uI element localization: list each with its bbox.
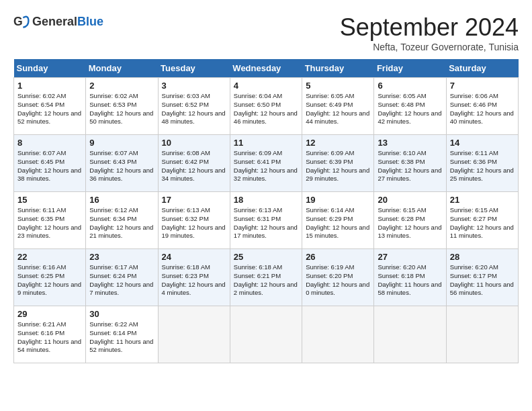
cell-info: Sunrise: 6:11 AMSunset: 6:36 PMDaylight:… bbox=[450, 149, 515, 183]
cell-info: Sunrise: 6:16 AMSunset: 6:25 PMDaylight:… bbox=[17, 263, 82, 298]
calendar-row-3: 22Sunrise: 6:16 AMSunset: 6:25 PMDayligh… bbox=[14, 249, 519, 306]
calendar-cell: 14Sunrise: 6:11 AMSunset: 6:36 PMDayligh… bbox=[446, 135, 518, 192]
cell-info: Sunrise: 6:09 AMSunset: 6:41 PMDaylight:… bbox=[234, 149, 298, 183]
cell-info: Sunrise: 6:02 AMSunset: 6:53 PMDaylight:… bbox=[89, 92, 154, 126]
logo-icon: G bbox=[13, 13, 30, 30]
calendar-cell: 29Sunrise: 6:21 AMSunset: 6:16 PMDayligh… bbox=[14, 306, 86, 363]
calendar-cell: 12Sunrise: 6:09 AMSunset: 6:39 PMDayligh… bbox=[302, 135, 374, 192]
day-number: 7 bbox=[450, 81, 515, 91]
day-number: 18 bbox=[234, 195, 298, 205]
calendar-row-1: 8Sunrise: 6:07 AMSunset: 6:45 PMDaylight… bbox=[14, 135, 519, 192]
day-number: 12 bbox=[306, 138, 370, 148]
day-header-monday: Monday bbox=[86, 59, 158, 78]
day-number: 16 bbox=[89, 195, 154, 205]
day-number: 20 bbox=[378, 195, 442, 205]
day-number: 25 bbox=[234, 252, 298, 262]
day-header-wednesday: Wednesday bbox=[230, 59, 302, 78]
cell-info: Sunrise: 6:20 AMSunset: 6:18 PMDaylight:… bbox=[378, 263, 442, 298]
day-header-thursday: Thursday bbox=[302, 59, 374, 78]
calendar-cell bbox=[158, 306, 230, 363]
calendar-cell bbox=[230, 306, 302, 363]
calendar-cell: 9Sunrise: 6:07 AMSunset: 6:43 PMDaylight… bbox=[86, 135, 158, 192]
day-number: 3 bbox=[162, 81, 226, 91]
calendar-cell: 21Sunrise: 6:15 AMSunset: 6:27 PMDayligh… bbox=[446, 192, 518, 249]
cell-info: Sunrise: 6:08 AMSunset: 6:42 PMDaylight:… bbox=[162, 149, 226, 183]
calendar-cell: 27Sunrise: 6:20 AMSunset: 6:18 PMDayligh… bbox=[374, 249, 446, 306]
day-number: 11 bbox=[234, 138, 298, 148]
day-header-sunday: Sunday bbox=[14, 59, 86, 78]
cell-info: Sunrise: 6:19 AMSunset: 6:20 PMDaylight:… bbox=[306, 263, 370, 298]
calendar-cell: 5Sunrise: 6:05 AMSunset: 6:49 PMDaylight… bbox=[302, 78, 374, 135]
logo-text: GeneralBlue bbox=[32, 15, 103, 29]
calendar-cell: 18Sunrise: 6:13 AMSunset: 6:31 PMDayligh… bbox=[230, 192, 302, 249]
day-number: 24 bbox=[162, 252, 226, 262]
calendar-cell: 8Sunrise: 6:07 AMSunset: 6:45 PMDaylight… bbox=[14, 135, 86, 192]
cell-info: Sunrise: 6:13 AMSunset: 6:32 PMDaylight:… bbox=[162, 206, 226, 240]
calendar-row-4: 29Sunrise: 6:21 AMSunset: 6:16 PMDayligh… bbox=[14, 306, 519, 363]
calendar-cell: 24Sunrise: 6:18 AMSunset: 6:23 PMDayligh… bbox=[158, 249, 230, 306]
cell-info: Sunrise: 6:04 AMSunset: 6:50 PMDaylight:… bbox=[234, 92, 298, 126]
day-header-tuesday: Tuesday bbox=[158, 59, 230, 78]
day-number: 15 bbox=[17, 195, 82, 205]
month-title: September 2024 bbox=[340, 13, 519, 42]
calendar-cell: 1Sunrise: 6:02 AMSunset: 6:54 PMDaylight… bbox=[14, 78, 86, 135]
cell-info: Sunrise: 6:13 AMSunset: 6:31 PMDaylight:… bbox=[234, 206, 298, 240]
calendar-cell: 20Sunrise: 6:15 AMSunset: 6:28 PMDayligh… bbox=[374, 192, 446, 249]
day-number: 2 bbox=[89, 81, 154, 91]
day-number: 9 bbox=[89, 138, 154, 148]
day-number: 30 bbox=[89, 309, 154, 319]
calendar-cell: 13Sunrise: 6:10 AMSunset: 6:38 PMDayligh… bbox=[374, 135, 446, 192]
cell-info: Sunrise: 6:05 AMSunset: 6:48 PMDaylight:… bbox=[378, 92, 442, 126]
cell-info: Sunrise: 6:20 AMSunset: 6:17 PMDaylight:… bbox=[450, 263, 515, 298]
logo: G GeneralBlue bbox=[13, 13, 103, 30]
logo-general: General bbox=[32, 15, 77, 28]
title-block: September 2024 Nefta, Tozeur Governorate… bbox=[340, 13, 519, 52]
cell-info: Sunrise: 6:15 AMSunset: 6:27 PMDaylight:… bbox=[450, 206, 515, 240]
calendar-cell: 3Sunrise: 6:03 AMSunset: 6:52 PMDaylight… bbox=[158, 78, 230, 135]
day-number: 6 bbox=[378, 81, 442, 91]
days-header-row: SundayMondayTuesdayWednesdayThursdayFrid… bbox=[14, 59, 519, 78]
cell-info: Sunrise: 6:14 AMSunset: 6:29 PMDaylight:… bbox=[306, 206, 370, 240]
day-number: 10 bbox=[162, 138, 226, 148]
calendar-cell: 16Sunrise: 6:12 AMSunset: 6:34 PMDayligh… bbox=[86, 192, 158, 249]
calendar-cell: 11Sunrise: 6:09 AMSunset: 6:41 PMDayligh… bbox=[230, 135, 302, 192]
day-number: 23 bbox=[89, 252, 154, 262]
calendar-cell: 15Sunrise: 6:11 AMSunset: 6:35 PMDayligh… bbox=[14, 192, 86, 249]
day-number: 19 bbox=[306, 195, 370, 205]
day-number: 28 bbox=[450, 252, 515, 262]
calendar-cell: 23Sunrise: 6:17 AMSunset: 6:24 PMDayligh… bbox=[86, 249, 158, 306]
cell-info: Sunrise: 6:15 AMSunset: 6:28 PMDaylight:… bbox=[378, 206, 442, 240]
cell-info: Sunrise: 6:05 AMSunset: 6:49 PMDaylight:… bbox=[306, 92, 370, 126]
day-header-friday: Friday bbox=[374, 59, 446, 78]
calendar-cell: 30Sunrise: 6:22 AMSunset: 6:14 PMDayligh… bbox=[86, 306, 158, 363]
calendar-cell: 2Sunrise: 6:02 AMSunset: 6:53 PMDaylight… bbox=[86, 78, 158, 135]
cell-info: Sunrise: 6:06 AMSunset: 6:46 PMDaylight:… bbox=[450, 92, 515, 126]
page-header: G GeneralBlue September 2024 Nefta, Toze… bbox=[13, 13, 519, 52]
calendar-cell: 4Sunrise: 6:04 AMSunset: 6:50 PMDaylight… bbox=[230, 78, 302, 135]
cell-info: Sunrise: 6:07 AMSunset: 6:43 PMDaylight:… bbox=[89, 149, 154, 183]
day-number: 29 bbox=[17, 309, 82, 319]
calendar-cell: 19Sunrise: 6:14 AMSunset: 6:29 PMDayligh… bbox=[302, 192, 374, 249]
calendar-cell: 7Sunrise: 6:06 AMSunset: 6:46 PMDaylight… bbox=[446, 78, 518, 135]
day-number: 14 bbox=[450, 138, 515, 148]
calendar-cell bbox=[446, 306, 518, 363]
cell-info: Sunrise: 6:17 AMSunset: 6:24 PMDaylight:… bbox=[89, 263, 154, 298]
day-number: 17 bbox=[162, 195, 226, 205]
calendar-cell: 28Sunrise: 6:20 AMSunset: 6:17 PMDayligh… bbox=[446, 249, 518, 306]
cell-info: Sunrise: 6:10 AMSunset: 6:38 PMDaylight:… bbox=[378, 149, 442, 183]
calendar-cell bbox=[374, 306, 446, 363]
calendar-row-2: 15Sunrise: 6:11 AMSunset: 6:35 PMDayligh… bbox=[14, 192, 519, 249]
cell-info: Sunrise: 6:11 AMSunset: 6:35 PMDaylight:… bbox=[17, 206, 82, 240]
logo-blue: Blue bbox=[77, 15, 103, 28]
location-subtitle: Nefta, Tozeur Governorate, Tunisia bbox=[340, 42, 519, 52]
day-number: 1 bbox=[17, 81, 82, 91]
cell-info: Sunrise: 6:21 AMSunset: 6:16 PMDaylight:… bbox=[17, 320, 82, 355]
cell-info: Sunrise: 6:02 AMSunset: 6:54 PMDaylight:… bbox=[17, 92, 82, 126]
cell-info: Sunrise: 6:22 AMSunset: 6:14 PMDaylight:… bbox=[89, 320, 154, 355]
day-number: 27 bbox=[378, 252, 442, 262]
day-number: 5 bbox=[306, 81, 370, 91]
cell-info: Sunrise: 6:07 AMSunset: 6:45 PMDaylight:… bbox=[17, 149, 82, 183]
svg-text:G: G bbox=[13, 15, 23, 28]
cell-info: Sunrise: 6:09 AMSunset: 6:39 PMDaylight:… bbox=[306, 149, 370, 183]
calendar-table: SundayMondayTuesdayWednesdayThursdayFrid… bbox=[13, 59, 519, 363]
